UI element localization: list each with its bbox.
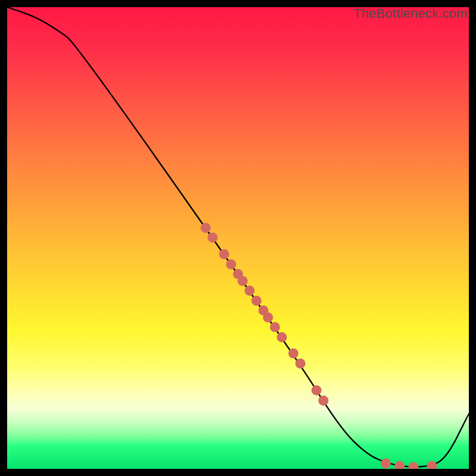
marker-point (381, 458, 391, 468)
marker-point (245, 286, 255, 296)
marker-point (408, 462, 418, 469)
marker-point (208, 233, 218, 243)
marker-point (289, 349, 299, 359)
scatter-markers (201, 223, 437, 469)
marker-point (252, 296, 262, 306)
marker-point (201, 223, 211, 233)
marker-point (219, 249, 229, 259)
marker-point (318, 396, 328, 406)
marker-point (277, 332, 287, 342)
marker-point (394, 461, 405, 469)
marker-point (263, 312, 273, 322)
marker-point (237, 276, 248, 286)
marker-point (226, 259, 236, 270)
curve-line (7, 7, 469, 467)
marker-point (311, 386, 321, 396)
marker-point (427, 461, 437, 469)
watermark-text: TheBottleneck.com (353, 6, 468, 21)
chart-overlay (7, 7, 469, 469)
chart-container: TheBottleneck.com (0, 0, 476, 476)
line-series (7, 7, 469, 467)
marker-point (270, 322, 280, 332)
marker-point (295, 359, 305, 369)
